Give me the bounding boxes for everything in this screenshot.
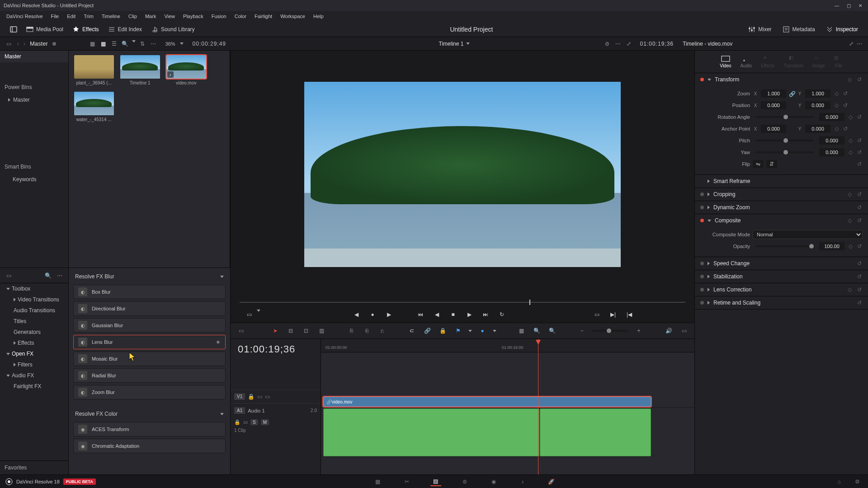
effects-button[interactable]: Effects <box>68 24 103 35</box>
fx-item-box-blur[interactable]: ◐Box Blur <box>73 285 226 299</box>
lens-correction-header[interactable]: Lens Correction◇↺ <box>695 283 868 296</box>
insert-icon[interactable]: ⎘ <box>346 326 356 336</box>
video-enable-icon[interactable]: ▭ <box>265 394 270 400</box>
fx-tree-filters[interactable]: Filters <box>0 359 68 370</box>
project-settings-icon[interactable]: ⚙ <box>852 477 863 486</box>
retime-header[interactable]: Retime and Scaling↺ <box>695 296 868 309</box>
go-end-icon[interactable]: ⏭ <box>481 310 491 319</box>
yaw-input[interactable] <box>819 148 844 156</box>
keyframe-icon[interactable]: ◇ <box>846 76 853 83</box>
fx-group-color[interactable]: Resolve FX Color <box>73 408 226 420</box>
reset-icon[interactable]: ↺ <box>856 161 863 167</box>
timeline-view-icon[interactable]: ▭ <box>236 326 246 336</box>
fx-item-aces[interactable]: ◉ACES Transform <box>73 422 226 436</box>
v1-track-header[interactable]: V1 🔒 ▭ ▭ <box>231 389 321 403</box>
anchor-y-input[interactable] <box>805 125 830 133</box>
menu-fusion[interactable]: Fusion <box>208 12 230 20</box>
minimize-button[interactable]: — <box>833 2 841 9</box>
audio-monitor-icon[interactable]: 🔊 <box>664 326 674 336</box>
pos-x-input[interactable] <box>761 101 786 109</box>
options-icon[interactable]: ⋯ <box>149 40 157 47</box>
menu-color[interactable]: Color <box>231 12 250 20</box>
viewer-options-icon[interactable]: ⋯ <box>614 40 622 47</box>
reset-icon[interactable]: ↺ <box>856 76 863 83</box>
snap-icon[interactable]: ⊂ <box>407 326 417 336</box>
breadcrumb-master[interactable]: Master <box>30 40 48 47</box>
menu-help[interactable]: Help <box>310 12 327 20</box>
reset-icon[interactable]: ↺ <box>856 149 863 155</box>
auto-select-icon[interactable]: ▭ <box>243 419 248 425</box>
fx-item-gaussian-blur[interactable]: ◐Gaussian Blur <box>73 318 226 333</box>
zoom-fit-icon[interactable]: 🔍 <box>547 326 557 336</box>
view-metadata-icon[interactable]: ▦ <box>89 40 97 47</box>
inspector-tab-effects[interactable]: ✦Effects <box>761 55 774 68</box>
keyframe-icon[interactable]: ◇ <box>833 90 840 97</box>
fx-item-chromatic[interactable]: ◉Chromatic Adaptation <box>73 439 226 453</box>
fx-tree-openfx[interactable]: Open FX <box>0 348 68 359</box>
bin-master[interactable]: Master <box>0 51 68 62</box>
inspector-button[interactable]: Inspector <box>821 24 863 35</box>
marker-icon[interactable]: ● <box>477 326 487 336</box>
keyframe-icon[interactable]: ◇ <box>846 286 853 293</box>
maximize-button[interactable]: ▢ <box>844 2 853 9</box>
replace-icon[interactable]: ⎌ <box>377 326 387 336</box>
opacity-slider[interactable] <box>755 245 814 247</box>
fx-tree-video-trans[interactable]: Video Transitions <box>0 294 68 305</box>
timeline-ruler[interactable]: 01:00:00:00 01:00:16:00 <box>321 339 694 352</box>
fx-item-directional-blur[interactable]: ◐Directional Blur <box>73 301 226 316</box>
power-bins-header[interactable]: Power Bins <box>0 80 68 94</box>
pitch-input[interactable] <box>819 136 844 145</box>
anchor-x-input[interactable] <box>761 125 786 133</box>
link-icon[interactable]: 🔗 <box>422 326 432 336</box>
playhead[interactable] <box>538 339 538 474</box>
keyframe-icon[interactable]: ◇ <box>833 102 840 108</box>
menu-edit[interactable]: Edit <box>63 12 79 20</box>
page-fairlight-icon[interactable]: ♪ <box>517 477 528 486</box>
bypass-icon[interactable]: ⊘ <box>603 40 611 47</box>
menu-file[interactable]: File <box>47 12 63 20</box>
composite-header[interactable]: Composite◇↺ <box>695 214 868 227</box>
selection-tool-icon[interactable]: ➤ <box>270 326 280 336</box>
mute-button[interactable]: M <box>261 419 269 425</box>
inspector-expand-icon[interactable]: ⤢ <box>847 40 855 47</box>
solo-button[interactable]: S <box>250 419 258 425</box>
viewer-scrubber[interactable] <box>240 298 685 306</box>
reset-icon[interactable]: ↺ <box>842 102 849 108</box>
video-track-v1[interactable]: 🔗 video.mov <box>321 396 694 408</box>
sound-library-button[interactable]: Sound Library <box>146 24 199 35</box>
metadata-button[interactable]: Metadata <box>778 24 820 35</box>
zoom-out-icon[interactable]: − <box>577 326 587 336</box>
zoom-in-icon[interactable]: + <box>634 326 644 336</box>
keyframe-icon[interactable]: ◇ <box>846 191 853 197</box>
reset-icon[interactable]: ↺ <box>856 286 863 293</box>
opacity-input[interactable] <box>819 242 844 250</box>
a1-badge[interactable]: A1 <box>234 407 245 414</box>
edit-index-button[interactable]: Edit Index <box>104 24 146 35</box>
trim-tool-icon[interactable]: ⊟ <box>286 326 296 336</box>
inspector-tab-image[interactable]: ▭Image <box>812 55 825 68</box>
smart-bin-keywords[interactable]: Keywords <box>0 174 68 185</box>
play-reverse-icon[interactable]: ◀ <box>432 310 442 319</box>
fx-tree-audiofx[interactable]: Audio FX <box>0 370 68 381</box>
fx-tree-titles[interactable]: Titles <box>0 316 68 327</box>
page-edit-icon[interactable]: ▤ <box>430 477 441 486</box>
smart-bins-header[interactable]: Smart Bins <box>0 160 68 174</box>
menu-timeline[interactable]: Timeline <box>98 12 124 20</box>
fx-search-icon[interactable]: 🔍 <box>44 272 52 279</box>
timeline-options-icon[interactable]: ▭ <box>679 326 689 336</box>
menu-playback[interactable]: Playback <box>179 12 207 20</box>
fx-tree-generators[interactable]: Generators <box>0 327 68 338</box>
audio-clip[interactable] <box>540 408 651 456</box>
home-icon[interactable]: ⌂ <box>834 477 844 486</box>
reset-icon[interactable]: ↺ <box>842 90 849 97</box>
keyframe-icon[interactable]: ◇ <box>846 217 853 224</box>
fx-item-radial-blur[interactable]: ◐Radial Blur <box>73 368 226 383</box>
page-fusion-icon[interactable]: ⊚ <box>459 477 470 486</box>
viewer-zoom[interactable]: 36% <box>165 41 175 47</box>
overwrite-icon[interactable]: ⎗ <box>362 326 372 336</box>
fx-options-icon[interactable]: ⋯ <box>56 272 64 279</box>
power-bin-master[interactable]: Master <box>0 94 68 106</box>
zoom-search-icon[interactable]: 🔍 <box>532 326 542 336</box>
prev-marker-icon[interactable]: ◀ <box>351 310 361 319</box>
stabilization-header[interactable]: Stabilization↺ <box>695 270 868 283</box>
